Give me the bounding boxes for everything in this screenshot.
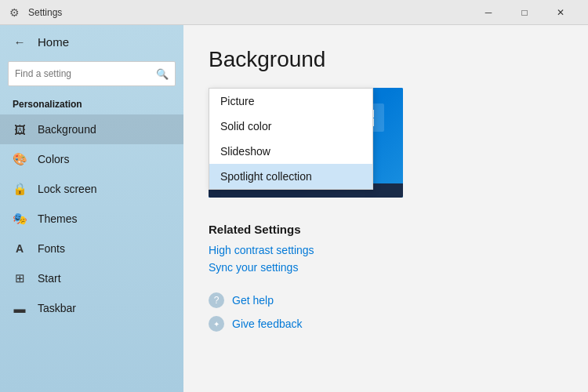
dropdown-item-picture[interactable]: Picture [209,89,372,114]
search-box[interactable]: 🔍 [8,61,176,86]
give-feedback-link[interactable]: Give feedback [232,318,303,330]
window-controls: ─ □ ✕ [470,0,579,25]
themes-icon: 🎭 [13,212,27,226]
sidebar-item-background[interactable]: 🖼 Background [0,114,183,144]
content-area: Background Aa [183,25,588,392]
sync-settings-link[interactable]: Sync your settings [209,261,563,274]
sidebar: ← Home 🔍 Personalization 🖼 Background 🎨 … [0,25,183,392]
start-icon: ⊞ [13,271,27,285]
give-feedback-item[interactable]: ✦ Give feedback [209,316,563,332]
close-button[interactable]: ✕ [543,0,579,25]
colors-icon: 🎨 [13,152,27,166]
background-type-dropdown: Picture Solid color Slideshow Spotlight … [209,88,373,190]
sidebar-item-start[interactable]: ⊞ Start [0,263,183,293]
sidebar-item-fonts-label: Fonts [38,242,65,255]
extra-links-section: ? Get help ✦ Give feedback [209,292,563,332]
get-help-link[interactable]: Get help [232,294,274,307]
fonts-icon: A [13,241,27,256]
sidebar-item-start-label: Start [38,272,61,285]
get-help-icon: ? [209,292,224,308]
minimize-button[interactable]: ─ [470,0,506,25]
page-title: Background [209,47,563,72]
get-help-item[interactable]: ? Get help [209,292,563,308]
sidebar-item-lock-label: Lock screen [38,183,96,195]
maximize-button[interactable]: □ [506,0,543,25]
sidebar-section-label: Personalization [0,93,183,114]
sidebar-item-colors[interactable]: 🎨 Colors [0,144,183,174]
dropdown-item-slideshow[interactable]: Slideshow [209,139,372,164]
search-icon: 🔍 [156,68,169,80]
title-bar-title: Settings [28,7,470,18]
lock-icon: 🔒 [13,182,27,196]
sidebar-item-colors-label: Colors [38,153,69,165]
sidebar-item-fonts[interactable]: A Fonts [0,234,183,263]
sidebar-item-background-label: Background [38,123,96,136]
dropdown-item-spotlight[interactable]: Spotlight collection [209,164,372,189]
sidebar-item-themes-label: Themes [38,212,78,225]
related-settings-section: Related Settings High contrast settings … [209,223,563,274]
sidebar-item-lock-screen[interactable]: 🔒 Lock screen [0,174,183,204]
nav-home[interactable]: ← Home [0,25,183,58]
sidebar-item-themes[interactable]: 🎭 Themes [0,204,183,234]
home-icon: ← [13,34,27,49]
related-settings-title: Related Settings [209,223,563,236]
settings-icon: ⚙ [9,6,22,19]
home-label: Home [38,35,69,49]
app-body: ← Home 🔍 Personalization 🖼 Background 🎨 … [0,25,588,392]
sidebar-item-taskbar-label: Taskbar [38,302,76,314]
background-preview-section: Aa [209,88,403,198]
title-bar: ⚙ Settings ─ □ ✕ [0,0,588,25]
background-icon: 🖼 [13,122,27,136]
high-contrast-link[interactable]: High contrast settings [209,244,563,256]
dropdown-item-solid-color[interactable]: Solid color [209,114,372,139]
sidebar-item-taskbar[interactable]: ▬ Taskbar [0,293,183,323]
taskbar-icon: ▬ [13,301,27,315]
search-input[interactable] [15,68,156,79]
give-feedback-icon: ✦ [209,316,224,332]
